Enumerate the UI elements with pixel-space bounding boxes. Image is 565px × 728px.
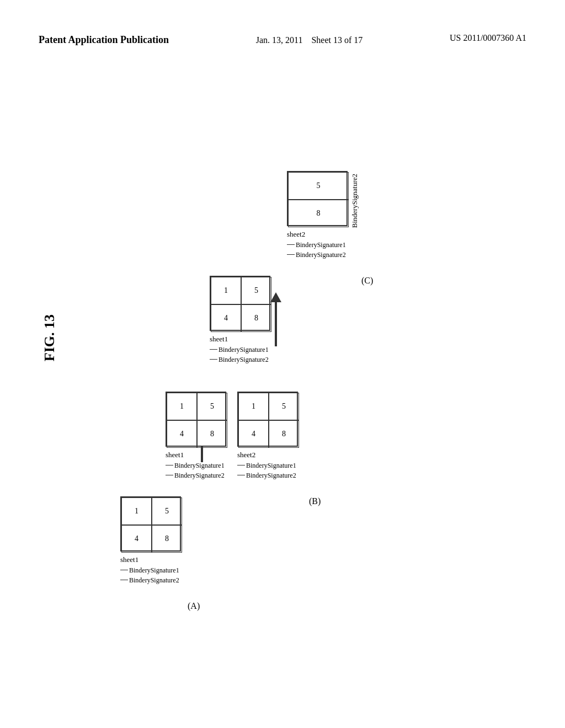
arrow-head-2	[270, 292, 281, 302]
cell-a-5: 5	[152, 497, 182, 525]
cell-b1-4: 4	[167, 420, 197, 448]
label-group-c2: sheet2 BinderySignature1 BinderySignatur…	[287, 229, 346, 260]
publication-title: Patent Application Publication	[39, 33, 169, 47]
publication-date-sheet: Jan. 13, 2011 Sheet 13 of 17	[256, 33, 363, 47]
sig1-c2: BinderySignature1	[287, 240, 346, 250]
label-group-c1: sheet1 BinderySignature1 BinderySignatur…	[210, 334, 269, 365]
cell-a-1: 1	[121, 497, 152, 525]
sheet-name-b2: sheet2	[237, 449, 296, 461]
sheet-card-a: 1 4 5 8	[120, 496, 181, 552]
label-group-b1: sheet1 BinderySignature1 BinderySignatur…	[166, 449, 225, 480]
sheet-name-c2: sheet2	[287, 229, 346, 240]
cell-a-8: 8	[152, 525, 182, 553]
cell-c1-4: 4	[211, 304, 241, 332]
section-label-b: (B)	[309, 496, 321, 506]
section-label-a: (A)	[188, 601, 200, 611]
sig1-c1: BinderySignature1	[210, 345, 269, 355]
pub-date: Jan. 13, 2011	[256, 35, 303, 45]
label-group-b2: sheet2 BinderySignature1 BinderySignatur…	[237, 449, 296, 480]
sheet-name-c1: sheet1	[210, 334, 269, 345]
cell-b1-8: 8	[197, 420, 227, 448]
sig1-b2: BinderySignature1	[237, 461, 296, 470]
sig2-c1: BinderySignature2	[210, 355, 269, 365]
cell-b2-4: 4	[238, 420, 269, 448]
label-group-a: sheet1 BinderySignature1 BinderySignatur…	[120, 554, 179, 585]
cell-c2-8: 8	[288, 200, 349, 227]
sig1-a: BinderySignature1	[120, 565, 179, 575]
page-header: Patent Application Publication Jan. 13, …	[0, 33, 565, 47]
cell-b2-8: 8	[269, 420, 299, 448]
cell-c1-8: 8	[241, 304, 271, 332]
sheet-name-b1: sheet1	[166, 449, 225, 461]
sig1-b1: BinderySignature1	[166, 461, 225, 470]
arrow-shaft-2	[275, 302, 277, 346]
sheet-card-b1: 1 4 5 8	[166, 392, 226, 447]
cell-c1-1: 1	[211, 277, 241, 304]
sig2-b1: BinderySignature2	[166, 470, 225, 480]
publication-number: US 2011/0007360 A1	[450, 33, 526, 43]
sheet-card-c1: 1 4 5 8	[210, 276, 270, 331]
cell-c1-5: 5	[241, 277, 271, 304]
cell-c2-5: 5	[288, 172, 349, 200]
section-label-c: (C)	[361, 276, 373, 286]
cell-b1-1: 1	[167, 393, 197, 420]
sheet-card-c2: 5 8	[287, 171, 348, 226]
sheet-card-b2: 1 4 5 8	[237, 392, 298, 447]
arrow-2	[270, 292, 281, 346]
cell-b2-1: 1	[238, 393, 269, 420]
cell-b1-5: 5	[197, 393, 227, 420]
figure-label: FIG. 13	[41, 314, 58, 361]
sig2-b2: BinderySignature2	[237, 470, 296, 480]
sig2-c2: BinderySignature2	[287, 250, 346, 260]
sig2-a: BinderySignature2	[120, 575, 179, 585]
cell-a-4: 4	[121, 525, 152, 553]
main-content: FIG. 13 1 4 5 8 sheet1 BinderySignature1…	[0, 88, 565, 728]
sheet-name-a: sheet1	[120, 554, 179, 565]
vert-bindery-sig2-c: BinderySignature2	[350, 174, 359, 228]
sheet-info: Sheet 13 of 17	[311, 35, 363, 45]
cell-b2-5: 5	[269, 393, 299, 420]
